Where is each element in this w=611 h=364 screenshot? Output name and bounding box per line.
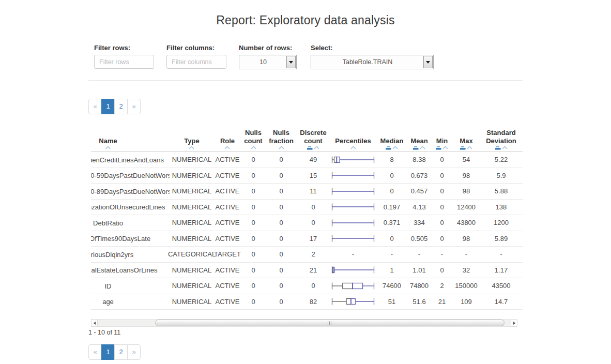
cell-nulls_fraction: 0	[266, 215, 297, 231]
sort-icons	[413, 145, 425, 150]
cell-min: 0	[431, 168, 453, 184]
cell-mean: 0.457	[407, 184, 431, 199]
col-header-name[interactable]: Name	[91, 128, 170, 151]
cell-discrete_count: 2	[297, 247, 330, 262]
sort-bars-icon	[495, 146, 501, 150]
cell-nulls_fraction: 0	[266, 278, 297, 294]
scroll-right-button[interactable]	[511, 319, 517, 327]
cell-min: 2	[431, 278, 453, 294]
cell-name: NumberRealEstateLoansOrLines	[91, 263, 170, 278]
cell-nulls_count: 0	[241, 231, 266, 247]
table-role-dropdown-button[interactable]	[423, 56, 433, 68]
page-prev-button[interactable]: «	[88, 99, 102, 114]
table-role-value: TableRole.TRAIN	[311, 55, 433, 69]
cell-median: 0	[376, 184, 407, 199]
report-page: Report: Exploratory data analysis Filter…	[88, 13, 523, 360]
cell-type: NUMERICAL	[170, 184, 214, 199]
col-header-label: Name	[99, 137, 117, 145]
scrollbar-track[interactable]	[98, 319, 511, 327]
cell-std: 5.9	[480, 168, 523, 184]
col-header-label: Mean	[410, 137, 427, 145]
col-header-median[interactable]: Median	[376, 128, 407, 151]
page-prev-button[interactable]: «	[88, 344, 102, 360]
cell-type: NUMERICAL	[170, 215, 214, 231]
cell-mean: 4.13	[407, 200, 431, 215]
scroll-left-button[interactable]	[91, 319, 98, 327]
cell-min: 0	[431, 263, 453, 278]
page-button-2[interactable]: 2	[114, 99, 128, 114]
col-header-type[interactable]: Type	[170, 128, 214, 151]
col-header-mean[interactable]: Mean	[407, 128, 431, 151]
cell-nulls_count: 0	[241, 278, 266, 294]
cell-type: NUMERICAL	[170, 231, 214, 247]
cell-percentiles	[330, 263, 376, 278]
number-of-rows-select[interactable]: 10	[239, 55, 297, 69]
col-header-label: Nulls fraction	[266, 129, 297, 145]
number-of-rows-group: Number of rows: 10	[239, 44, 297, 69]
page-next-button[interactable]: »	[127, 344, 141, 360]
percentiles-boxplot	[331, 202, 375, 212]
cell-max: -	[453, 247, 480, 262]
col-header-std[interactable]: Standard Deviation	[480, 128, 523, 151]
page-next-button[interactable]: »	[127, 99, 141, 114]
cell-role: ACTIVE	[214, 200, 241, 215]
cell-nulls_fraction: 0	[266, 184, 297, 199]
table-role-select[interactable]: TableRole.TRAIN	[311, 55, 434, 69]
cell-median: 0	[376, 168, 407, 184]
cell-median: 74600	[376, 278, 407, 294]
col-header-role[interactable]: Role	[214, 128, 241, 151]
cell-name: NumberOfTimes90DaysLate	[91, 231, 170, 247]
sort-chevron-icon	[420, 146, 425, 149]
col-header-label: Role	[220, 137, 235, 145]
sort-icons	[105, 145, 111, 150]
cell-median: -	[376, 247, 407, 262]
cell-nulls_fraction: 0	[266, 168, 297, 184]
cell-max: 32	[453, 263, 480, 278]
sort-chevron-icon	[314, 146, 319, 149]
sort-chevron-icon	[105, 146, 111, 149]
table-role-group: Select: TableRole.TRAIN	[311, 44, 434, 69]
percentiles-boxplot	[331, 186, 375, 196]
col-header-discrete_count[interactable]: Discrete count	[297, 128, 330, 151]
dropdown-arrow-icon	[289, 61, 293, 64]
cell-type: CATEGORICAL	[170, 247, 214, 262]
variable-name: DebtRatio	[93, 219, 123, 226]
col-header-max[interactable]: Max	[453, 128, 480, 151]
cell-nulls_count: 0	[241, 215, 266, 231]
cell-role: TARGET	[214, 247, 241, 262]
table-row: SeriousDlqin2yrsCATEGORICALTARGET002----…	[91, 247, 523, 263]
filter-rows-input[interactable]	[94, 55, 154, 69]
cell-type: NUMERICAL	[170, 200, 214, 215]
cell-std: 43500	[480, 278, 523, 294]
cell-std: -	[480, 247, 523, 262]
table-row: NumberOfTime30-59DaysPastDueNotWorseNUME…	[91, 168, 523, 184]
col-header-nulls_count[interactable]: Nulls count	[241, 128, 266, 151]
sort-chevron-icon	[467, 146, 472, 149]
sort-chevron-icon	[392, 146, 398, 149]
filter-bar: Filter rows: Filter columns: Number of r…	[88, 44, 523, 69]
sort-chevron-icon	[251, 146, 256, 149]
col-header-nulls_fraction[interactable]: Nulls fraction	[266, 128, 297, 151]
page-button-1[interactable]: 1	[101, 344, 115, 360]
variable-name: RevolvingUtilizationOfUnsecuredLines	[91, 203, 165, 211]
page-button-1[interactable]: 1	[101, 99, 115, 114]
table-row: NumberOfTime60-89DaysPastDueNotWorseNUME…	[91, 184, 523, 200]
variable-name: ID	[105, 282, 112, 290]
variable-name: NumberOfTime30-59DaysPastDueNotWorse	[91, 172, 170, 179]
cell-nulls_count: 0	[241, 263, 266, 278]
number-of-rows-dropdown-button[interactable]	[286, 56, 296, 68]
filter-rows-label: Filter rows:	[94, 44, 154, 52]
filter-columns-input[interactable]	[166, 55, 226, 69]
cell-mean: 8.38	[407, 152, 431, 168]
sort-icons	[386, 145, 398, 150]
cell-mean: 0.673	[407, 168, 431, 184]
table-row: NumberOfTimes90DaysLateNUMERICALACTIVE00…	[91, 231, 523, 247]
cell-discrete_count: 17	[297, 231, 330, 247]
scrollbar-thumb[interactable]	[155, 320, 505, 326]
table-row: IDNUMERICALACTIVE00074600748002150000435…	[91, 278, 523, 294]
page-button-2[interactable]: 2	[114, 344, 128, 360]
cell-name: ID	[91, 278, 170, 294]
col-header-percentiles[interactable]: Percentiles	[330, 128, 376, 151]
col-header-min[interactable]: Min	[431, 128, 453, 151]
horizontal-scrollbar[interactable]	[91, 319, 517, 327]
